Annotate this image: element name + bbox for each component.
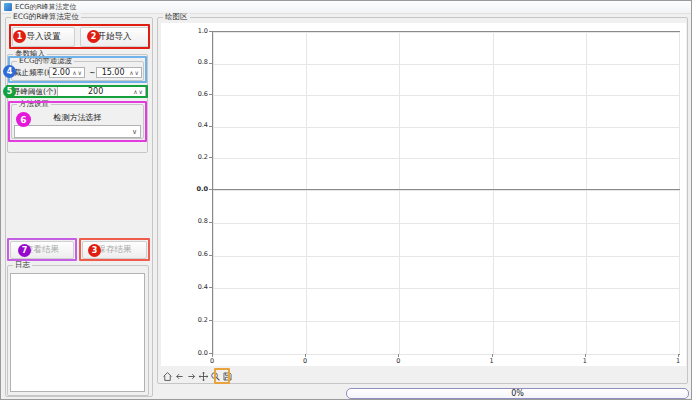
chevron-down-icon[interactable]: ∨ — [132, 128, 140, 136]
x-tick-mark — [678, 354, 679, 357]
gridline-horizontal — [213, 321, 679, 322]
cutoff-low-spinbox[interactable]: 2.00 ∧∨ — [49, 67, 85, 78]
gridline-vertical — [213, 32, 214, 190]
zoom-icon[interactable] — [210, 370, 221, 382]
gridline-vertical — [306, 32, 307, 190]
x-tick-label: 0 — [202, 358, 222, 365]
y-tick-label: 0.6 — [188, 91, 208, 98]
spin-down-icon[interactable]: ∨ — [78, 70, 82, 76]
gridline-vertical — [493, 190, 494, 354]
gridline-vertical — [586, 190, 587, 354]
y-tick-label: 0.0 — [188, 186, 208, 193]
gridline-vertical — [399, 32, 400, 190]
spin-up-icon[interactable]: ∧ — [133, 89, 137, 95]
view-results-button[interactable]: 查看结果 — [10, 241, 74, 259]
peak-threshold-label: 寻峰阈值(个) — [13, 88, 56, 96]
titlebar[interactable]: ECG的R峰算法定位 — [1, 1, 691, 14]
pan-icon[interactable] — [198, 370, 209, 382]
plot-group-label: 绘图区 — [163, 12, 190, 22]
x-tick-label: 1 — [575, 358, 595, 365]
save-results-button[interactable]: 保存结果 — [82, 241, 147, 259]
home-icon[interactable] — [162, 370, 173, 382]
gridline-horizontal — [213, 354, 679, 355]
cutoff-low-value: 2.00 — [50, 69, 72, 77]
y-tick-mark — [209, 157, 212, 158]
gridline-horizontal — [213, 64, 679, 65]
y-tick-label: 0.2 — [188, 317, 208, 324]
x-tick-label: 1 — [668, 358, 688, 365]
gridline-horizontal — [213, 256, 679, 257]
y-tick-mark — [209, 320, 212, 321]
import-settings-button[interactable]: 导入设置 — [12, 27, 75, 47]
gridline-vertical — [679, 32, 680, 190]
gridline-horizontal — [213, 223, 679, 224]
window-title: ECG的R峰算法定位 — [15, 2, 77, 12]
peak-threshold-spinbox[interactable]: 200 ∧∨ — [57, 86, 146, 97]
log-textarea[interactable] — [10, 273, 145, 392]
y-tick-label: 0.4 — [188, 122, 208, 129]
cutoff-high-spinbox[interactable]: 15.00 ∧∨ — [96, 67, 142, 78]
y-tick-mark — [209, 94, 212, 95]
gridline-horizontal — [213, 32, 679, 33]
gridline-horizontal — [213, 288, 679, 289]
main-left-group-label: ECG的R峰算法定位 — [11, 12, 81, 22]
method-group-label: 方法设置 — [17, 99, 51, 109]
gridline-horizontal — [213, 158, 679, 159]
peak-threshold-value: 200 — [58, 88, 133, 96]
y-tick-mark — [209, 126, 212, 127]
y-tick-label: 0.8 — [188, 59, 208, 66]
y-tick-label: 0.0 — [188, 350, 208, 357]
cutoff-high-value: 15.00 — [97, 69, 129, 77]
y-tick-mark — [209, 31, 212, 32]
figure-canvas[interactable]: 1.00.80.60.40.20.00.80.60.40.20.0000111 — [161, 23, 686, 366]
y-tick-mark — [209, 222, 212, 223]
x-tick-mark — [398, 354, 399, 357]
x-tick-label: 0 — [388, 358, 408, 365]
forward-arrow-icon[interactable] — [186, 370, 197, 382]
back-arrow-icon[interactable] — [174, 370, 185, 382]
spin-down-icon[interactable]: ∨ — [139, 89, 143, 95]
progress-bar: 0% — [346, 388, 689, 399]
x-tick-mark — [305, 354, 306, 357]
save-icon[interactable] — [222, 370, 233, 382]
range-separator: ~ — [89, 69, 95, 77]
y-tick-label: 0.6 — [188, 251, 208, 258]
spin-down-icon[interactable]: ∨ — [135, 70, 139, 76]
progress-value: 0% — [511, 389, 524, 398]
x-tick-label: 1 — [482, 358, 502, 365]
gridline-vertical — [586, 32, 587, 190]
y-tick-mark — [209, 287, 212, 288]
x-tick-mark — [212, 354, 213, 357]
start-import-button[interactable]: 开始导入 — [80, 27, 149, 47]
gridline-horizontal — [213, 190, 679, 191]
method-select-label: 检测方法选择 — [12, 112, 143, 123]
y-tick-label: 0.8 — [188, 218, 208, 225]
y-tick-label: 0.4 — [188, 284, 208, 291]
gridline-vertical — [679, 190, 680, 354]
y-tick-mark — [209, 63, 212, 64]
gridline-horizontal — [213, 127, 679, 128]
gridline-vertical — [306, 190, 307, 354]
subplot-1-axes[interactable] — [212, 31, 680, 191]
spin-up-icon[interactable]: ∧ — [72, 70, 76, 76]
method-combobox[interactable]: ∨ — [14, 125, 141, 138]
x-tick-mark — [492, 354, 493, 357]
app-window: ECG的R峰算法定位 ECG的R峰算法定位 导入设置 开始导入 1 2 参数输入… — [0, 0, 692, 400]
bandpass-group-label: ECG的带通滤波 — [17, 56, 74, 66]
plot-toolbar — [162, 370, 233, 382]
spin-up-icon[interactable]: ∧ — [129, 70, 133, 76]
gridline-vertical — [493, 32, 494, 190]
gridline-vertical — [399, 190, 400, 354]
gridline-horizontal — [213, 95, 679, 96]
x-tick-mark — [585, 354, 586, 357]
subplot-2-axes[interactable] — [212, 189, 680, 355]
gridline-vertical — [213, 190, 214, 354]
x-tick-label: 0 — [295, 358, 315, 365]
y-tick-mark — [209, 255, 212, 256]
y-tick-label: 0.2 — [188, 154, 208, 161]
app-icon — [4, 3, 12, 11]
y-tick-label: 1.0 — [188, 28, 208, 35]
log-group-label: 日志 — [13, 260, 32, 270]
